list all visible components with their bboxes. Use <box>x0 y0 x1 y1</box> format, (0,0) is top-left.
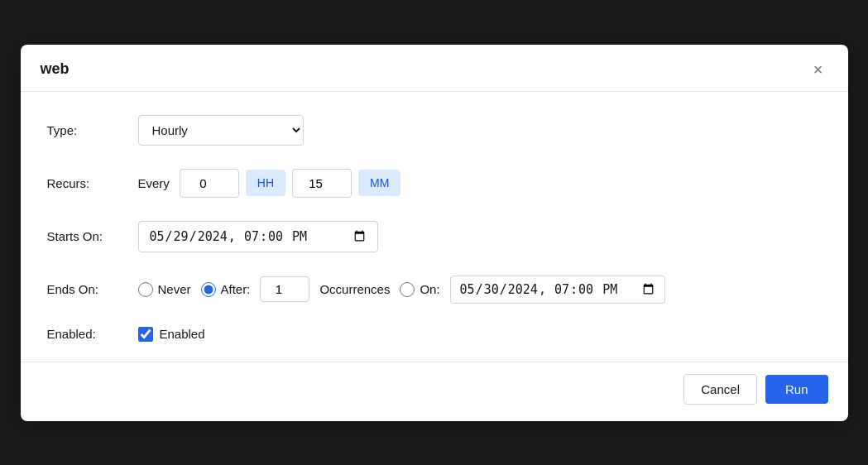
starts-on-row: Starts On: <box>47 221 822 252</box>
on-option[interactable]: On: <box>400 282 439 297</box>
run-button[interactable]: Run <box>765 375 828 404</box>
type-controls: Hourly Daily Weekly Monthly <box>138 115 304 146</box>
dialog-body: Type: Hourly Daily Weekly Monthly Recurs… <box>21 92 848 362</box>
dialog: web × Type: Hourly Daily Weekly Monthly <box>21 45 848 421</box>
recurs-every-label: Every <box>138 176 170 190</box>
never-option[interactable]: Never <box>138 282 191 297</box>
recurs-mm-input[interactable] <box>292 169 352 198</box>
after-input[interactable] <box>260 276 309 302</box>
dialog-title: web <box>41 60 70 78</box>
enabled-row: Enabled: Enabled <box>47 327 822 342</box>
after-radio[interactable] <box>201 282 216 297</box>
recurs-hh-button[interactable]: HH <box>246 170 285 196</box>
dialog-header: web × <box>21 45 848 92</box>
enabled-controls: Enabled <box>138 327 205 342</box>
starts-on-controls <box>138 221 378 252</box>
ends-on-controls: Never After: Occurrences On: <box>138 276 665 304</box>
after-option[interactable]: After: <box>201 282 251 297</box>
type-row: Type: Hourly Daily Weekly Monthly <box>47 115 822 146</box>
recurs-mm-button[interactable]: MM <box>358 170 400 196</box>
on-datetime-input[interactable] <box>450 276 665 304</box>
ends-on-label: Ends On: <box>47 282 138 296</box>
enabled-label: Enabled: <box>47 327 138 341</box>
dialog-overlay: web × Type: Hourly Daily Weekly Monthly <box>0 0 868 465</box>
never-label: Never <box>158 282 191 296</box>
cancel-button[interactable]: Cancel <box>683 374 757 405</box>
ends-on-row: Ends On: Never After: Occurrences On: <box>47 276 822 304</box>
recurs-row: Recurs: Every HH MM <box>47 169 822 198</box>
occurrences-label: Occurrences <box>319 282 390 296</box>
dialog-footer: Cancel Run <box>21 362 848 421</box>
type-select[interactable]: Hourly Daily Weekly Monthly <box>138 115 304 146</box>
recurs-hh-input[interactable] <box>180 169 239 198</box>
after-label: After: <box>221 282 251 296</box>
enabled-checkbox-group[interactable]: Enabled <box>138 327 205 342</box>
on-label: On: <box>420 282 439 296</box>
type-label: Type: <box>47 123 138 137</box>
recurs-label: Recurs: <box>47 176 138 190</box>
enabled-checkbox-label: Enabled <box>160 327 205 341</box>
starts-on-input[interactable] <box>138 221 378 252</box>
on-radio[interactable] <box>400 282 415 297</box>
close-button[interactable]: × <box>808 60 828 79</box>
starts-on-label: Starts On: <box>47 229 138 243</box>
never-radio[interactable] <box>138 282 153 297</box>
enabled-checkbox[interactable] <box>138 327 153 342</box>
recurs-controls: Every HH MM <box>138 169 401 198</box>
